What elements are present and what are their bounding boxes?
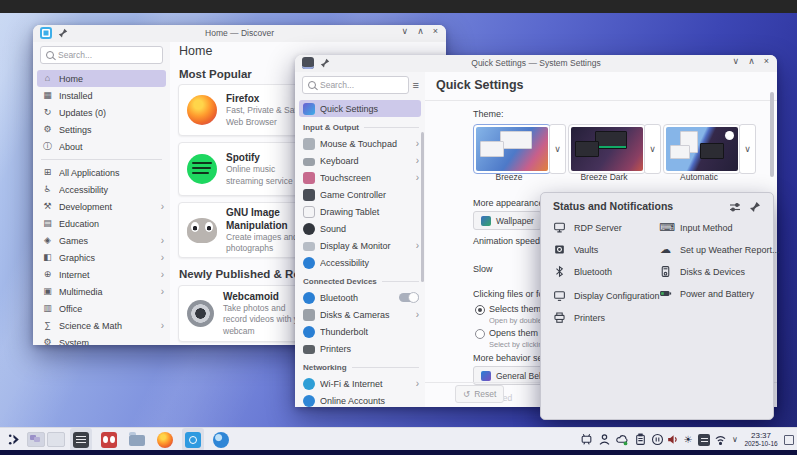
popup-item-rdp-server[interactable]: RDP Server <box>553 221 622 234</box>
settings-search-input[interactable] <box>302 76 409 94</box>
task-firefox[interactable] <box>154 428 176 451</box>
sidebar-item-mouse-touchpad[interactable]: Mouse & Touchpad › <box>295 135 425 152</box>
sidebar-item-accessibility[interactable]: Accessibility <box>295 254 425 271</box>
popup-item-weather[interactable]: ☁ Set up Weather Report... <box>659 243 779 256</box>
desktop-2-cell[interactable] <box>47 432 65 447</box>
chevron-right-icon: › <box>416 240 419 251</box>
sidebar-item-sound[interactable]: Sound <box>295 220 425 237</box>
pin-icon[interactable] <box>58 28 68 38</box>
bluetooth-toggle[interactable] <box>399 293 419 302</box>
sidebar-item-accessibility[interactable]: ♿ Accessibility <box>33 181 170 198</box>
sidebar-item-education[interactable]: ▤ Education <box>33 215 170 232</box>
sidebar-item-drawing-tablet[interactable]: Drawing Tablet <box>295 203 425 220</box>
tray-clipboard[interactable] <box>632 428 648 451</box>
popup-item-bluetooth[interactable]: Bluetooth <box>553 265 612 278</box>
sidebar-item-thunderbolt[interactable]: Thunderbolt <box>295 323 425 340</box>
sidebar-item-home[interactable]: ⌂ Home <box>37 70 166 87</box>
weather-cloud-icon: ☁ <box>659 243 672 256</box>
theme-preview-breeze[interactable] <box>473 124 551 174</box>
search-field[interactable] <box>58 50 157 60</box>
hamburger-menu-icon[interactable]: ≡ <box>413 79 419 91</box>
sidebar-item-science-math[interactable]: ∑ Science & Math › <box>33 317 170 334</box>
sidebar-item-games[interactable]: ◈ Games › <box>33 232 170 249</box>
task-file-manager[interactable] <box>126 428 148 451</box>
tray-network-wifi[interactable] <box>712 428 728 451</box>
sidebar-item-about[interactable]: ⓘ About <box>33 138 170 155</box>
tray-volume[interactable] <box>664 428 680 451</box>
battery-icon <box>659 287 672 300</box>
close-button[interactable]: × <box>764 56 769 66</box>
sidebar-item-office[interactable]: ▥ Office <box>33 300 170 317</box>
task-webcamoid[interactable] <box>98 428 120 451</box>
popup-item-display-configuration[interactable]: Display Configuration <box>553 289 660 302</box>
task-discover[interactable] <box>182 428 204 451</box>
tray-weather[interactable] <box>614 428 630 451</box>
installed-icon: ▦ <box>41 89 54 102</box>
discover-search-input[interactable] <box>40 46 163 64</box>
tray-color-picker[interactable]: ☀ <box>680 428 696 451</box>
games-icon: ◈ <box>41 234 54 247</box>
sidebar-item-multimedia[interactable]: ▣ Multimedia › <box>33 283 170 300</box>
desktop-1-cell[interactable] <box>27 432 45 447</box>
sidebar-item-touchscreen[interactable]: Touchscreen › <box>295 169 425 186</box>
sidebar-item-quick-settings[interactable]: Quick Settings <box>299 100 421 117</box>
breeze-dark-dropdown-button[interactable]: ∨ <box>644 124 661 174</box>
tray-user-switcher[interactable] <box>596 428 612 451</box>
sidebar-item-system[interactable]: ⚙ System <box>33 334 170 345</box>
radio-opens-them[interactable] <box>475 329 485 339</box>
virtual-desktop-pager[interactable] <box>27 428 65 451</box>
breeze-dropdown-button[interactable]: ∨ <box>549 124 566 174</box>
digital-clock[interactable]: 23:37 2025-10-16 <box>742 428 780 451</box>
sidebar-item-all-applications[interactable]: ⊞ All Applications <box>33 164 170 181</box>
sidebar-item-keyboard[interactable]: Keyboard › <box>295 152 425 169</box>
minimize-button[interactable]: ∨ <box>733 56 740 66</box>
app-launcher-button[interactable] <box>4 428 24 451</box>
popup-item-power-battery[interactable]: Power and Battery <box>659 287 754 300</box>
system-settings-titlebar[interactable]: Quick Settings — System Settings ∨ ∧ × <box>295 55 777 73</box>
pin-icon[interactable] <box>320 58 330 68</box>
sidebar-item-internet[interactable]: ⊕ Internet › <box>33 266 170 283</box>
chevron-right-icon: › <box>416 172 419 183</box>
sidebar-item-graphics[interactable]: ◧ Graphics › <box>33 249 170 266</box>
popup-item-printers[interactable]: Printers <box>553 311 605 324</box>
minimize-button[interactable]: ∨ <box>402 26 409 36</box>
search-field[interactable] <box>320 80 403 90</box>
configure-sliders-icon[interactable] <box>729 201 741 213</box>
sidebar-item-bluetooth[interactable]: Bluetooth <box>295 289 425 306</box>
pin-icon[interactable] <box>749 201 761 213</box>
sidebar-item-display-monitor[interactable]: Display & Monitor › <box>295 237 425 254</box>
theme-preview-breeze-dark[interactable] <box>568 124 646 174</box>
sidebar-item-settings[interactable]: ⚙ Settings <box>33 121 170 138</box>
task-system-settings[interactable] <box>70 428 92 451</box>
accessibility-icon: ♿ <box>41 183 54 196</box>
sidebar-item-online-accounts[interactable]: Online Accounts <box>295 392 425 407</box>
discover-titlebar[interactable]: Home — Discover ∨ ∧ × <box>33 25 446 43</box>
close-button[interactable]: × <box>433 26 438 36</box>
sidebar-item-game-controller[interactable]: Game Controller <box>295 186 425 203</box>
reset-button[interactable]: ↺ Reset <box>455 385 504 403</box>
content-scrollbar[interactable] <box>770 92 774 177</box>
mini-window <box>500 131 532 149</box>
sidebar-scrollbar[interactable] <box>421 132 424 282</box>
sidebar-item-updates[interactable]: ↻ Updates (0) <box>33 104 170 121</box>
tray-expand-arrow[interactable]: ∨ <box>728 428 742 451</box>
wallpaper-button[interactable]: Wallpaper <box>473 211 542 230</box>
automatic-dropdown-button[interactable]: ∨ <box>739 124 756 174</box>
tray-rdp-server[interactable] <box>578 428 594 451</box>
theme-preview-automatic[interactable] <box>663 124 741 174</box>
radio-selects-them[interactable] <box>475 305 485 315</box>
tray-media-player[interactable] <box>649 428 665 451</box>
sidebar-item-wifi-internet[interactable]: Wi-Fi & Internet › <box>295 375 425 392</box>
maximize-button[interactable]: ∧ <box>417 26 424 36</box>
show-desktop-button[interactable] <box>782 428 796 451</box>
popup-item-vaults[interactable]: Vaults <box>553 243 598 256</box>
sidebar-item-printers[interactable]: Printers <box>295 340 425 357</box>
sidebar-item-disks-cameras[interactable]: Disks & Cameras › <box>295 306 425 323</box>
sidebar-item-installed[interactable]: ▦ Installed <box>33 87 170 104</box>
maximize-button[interactable]: ∧ <box>748 56 755 66</box>
task-web-browser[interactable] <box>210 428 232 451</box>
popup-item-input-method[interactable]: ⌨ Input Method <box>659 221 733 234</box>
popup-item-disks-devices[interactable]: Disks & Devices <box>659 265 745 278</box>
sidebar-item-development[interactable]: ⚒ Development › <box>33 198 170 215</box>
tray-keyboard-layout[interactable] <box>696 428 712 451</box>
